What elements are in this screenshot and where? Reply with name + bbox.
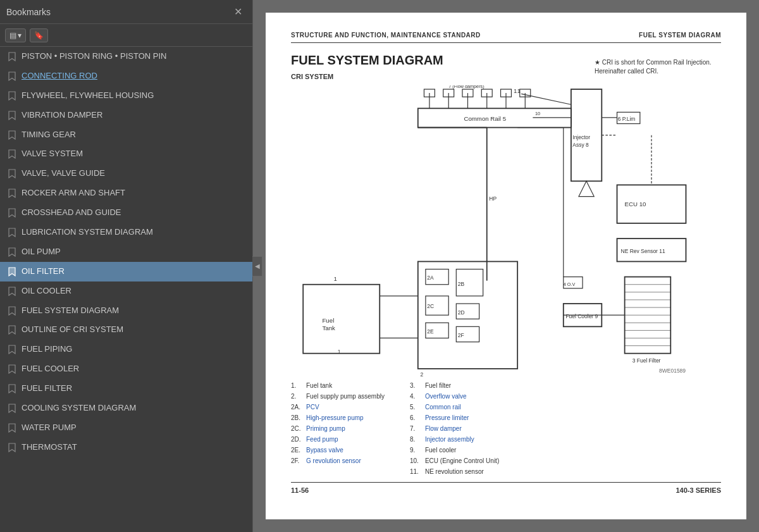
bookmark-item-4[interactable]: TIMING GEAR — [0, 125, 252, 145]
new-bookmark-button[interactable]: 🔖 — [30, 28, 48, 42]
bookmark-item-9[interactable]: LUBRICATION SYSTEM DIAGRAM — [0, 223, 252, 242]
svg-text:2B: 2B — [458, 281, 465, 287]
bookmark-icon — [8, 169, 16, 179]
bookmark-item-text: PISTON • PISTON RING • PISTON PIN — [22, 51, 246, 62]
bookmark-item-15[interactable]: FUEL PIPING — [0, 340, 252, 359]
svg-text:1: 1 — [338, 349, 341, 355]
svg-text:Assy  8: Assy 8 — [572, 142, 589, 148]
legend-text: ECU (Engine Control Unit) — [425, 455, 499, 466]
legend-num: 5. — [410, 402, 423, 412]
legend-item: 2F.G revolution sensor — [291, 455, 385, 466]
bookmark-icon — [8, 423, 16, 433]
svg-text:6 P.Lim: 6 P.Lim — [618, 116, 636, 122]
legend-num: 3. — [410, 380, 423, 391]
bookmark-item-text: THERMOSTAT — [22, 442, 246, 453]
legend-item: 11.NE revolution sensor — [410, 466, 499, 477]
legend-col-2: 3.Fuel filter4.Overflow valve5.Common ra… — [410, 380, 499, 477]
svg-text:2C: 2C — [427, 303, 434, 309]
legend-num: 1. — [291, 380, 304, 391]
svg-text:Fuel: Fuel — [322, 317, 334, 324]
legend-num: 7. — [410, 423, 423, 434]
bookmark-item-19[interactable]: WATER PUMP — [0, 418, 252, 438]
legend-num: 2C. — [291, 423, 304, 434]
svg-text:2A: 2A — [427, 275, 434, 281]
svg-text:4 O.V: 4 O.V — [564, 281, 576, 287]
legend-num: 4. — [410, 391, 423, 402]
document-panel: ◀ STRUCTURE AND FUNCTION, MAINTENANCE ST… — [253, 0, 759, 532]
svg-text:Fuel Cooler 9: Fuel Cooler 9 — [565, 313, 598, 319]
svg-rect-0 — [303, 285, 379, 354]
bookmark-icon — [8, 90, 16, 101]
bookmark-item-text: FUEL SYSTEM DIAGRAM — [22, 306, 246, 316]
diagram-area: Fuel Tank 1 2A 2B 2C 2D — [291, 85, 721, 376]
legend-text: Injector assembly — [425, 434, 474, 445]
bookmark-item-1[interactable]: CONNECTING ROD — [0, 66, 252, 86]
legend-col-1: 1.Fuel tank2.Fuel supply pump assembly2A… — [291, 380, 385, 477]
bookmark-item-8[interactable]: CROSSHEAD AND GUIDE — [0, 203, 252, 223]
bookmark-icon — [8, 364, 16, 374]
bookmark-item-text: CROSSHEAD AND GUIDE — [22, 207, 246, 218]
legend-text: Fuel filter — [425, 380, 451, 391]
svg-text:7 (Flow dampers): 7 (Flow dampers) — [448, 85, 484, 89]
legend-num: 2A. — [291, 402, 304, 412]
legend-item: 8.Injector assembly — [410, 434, 499, 445]
bookmark-icon — [8, 247, 16, 257]
legend-area: 1.Fuel tank2.Fuel supply pump assembly2A… — [291, 380, 721, 477]
bookmark-icon — [8, 227, 16, 237]
collapse-panel-button[interactable]: ◀ — [252, 256, 262, 276]
legend-text: Fuel supply pump assembly — [306, 391, 385, 402]
doc-footer: 11-56 140-3 SERIES — [291, 482, 721, 494]
svg-text:10: 10 — [535, 111, 540, 116]
bookmark-item-20[interactable]: THERMOSTAT — [0, 438, 252, 457]
svg-text:1: 1 — [334, 275, 337, 282]
bookmark-item-11[interactable]: OIL FILTER — [0, 262, 252, 281]
bookmark-item-13[interactable]: FUEL SYSTEM DIAGRAM — [0, 301, 252, 321]
bookmark-item-0[interactable]: PISTON • PISTON RING • PISTON PIN — [0, 47, 252, 66]
bookmark-item-5[interactable]: VALVE SYSTEM — [0, 144, 252, 164]
legend-text: Flow damper — [425, 423, 462, 434]
bookmark-item-6[interactable]: VALVE, VALVE GUIDE — [0, 164, 252, 183]
bookmark-item-text: OIL FILTER — [22, 266, 246, 277]
legend-item: 2B.High-pressure pump — [291, 412, 385, 423]
legend-item: 3.Fuel filter — [410, 380, 499, 391]
svg-text:HP: HP — [489, 195, 497, 202]
bookmark-item-16[interactable]: FUEL COOLER — [0, 359, 252, 379]
svg-text:NE Rev Sensor 11: NE Rev Sensor 11 — [621, 248, 665, 254]
fuel-system-diagram: Fuel Tank 1 2A 2B 2C 2D — [291, 85, 721, 376]
legend-text: G revolution sensor — [306, 455, 361, 466]
bookmark-icon — [8, 208, 16, 218]
bookmark-item-17[interactable]: FUEL FILTER — [0, 379, 252, 399]
svg-text:8WE01589: 8WE01589 — [659, 368, 686, 374]
bookmark-item-14[interactable]: OUTLINE OF CRI SYSTEM — [0, 320, 252, 340]
legend-item: 5.Common rail — [410, 402, 499, 412]
bookmark-item-3[interactable]: VIBRATION DAMPER — [0, 106, 252, 125]
legend-num: 2B. — [291, 412, 304, 423]
bookmark-icon — [8, 149, 16, 159]
legend-num: 9. — [410, 445, 423, 455]
bookmark-item-2[interactable]: FLYWHEEL, FLYWHEEL HOUSING — [0, 86, 252, 106]
view-options-button[interactable]: ▤ ▾ — [5, 28, 26, 42]
legend-text: High-pressure pump — [306, 412, 364, 423]
legend-text: NE revolution sensor — [425, 466, 484, 477]
bookmark-item-12[interactable]: OIL COOLER — [0, 281, 252, 301]
bookmark-icon — [8, 189, 16, 199]
bookmark-item-text: WATER PUMP — [22, 423, 246, 433]
bookmark-icon — [8, 51, 16, 61]
bookmark-item-18[interactable]: COOLING SYSTEM DIAGRAM — [0, 399, 252, 418]
legend-text: Feed pump — [306, 434, 338, 445]
bookmark-icon — [8, 384, 16, 394]
svg-text:3 Fuel Filter: 3 Fuel Filter — [632, 357, 661, 364]
bookmark-item-text: OIL COOLER — [22, 286, 246, 297]
bookmarks-toolbar: ▤ ▾ 🔖 — [0, 24, 252, 47]
doc-header-left: STRUCTURE AND FUNCTION, MAINTENANCE STAN… — [291, 32, 481, 39]
bookmarks-close-button[interactable]: ✕ — [230, 4, 246, 19]
bookmark-item-text: FUEL FILTER — [22, 383, 246, 394]
bookmark-icon — [8, 345, 16, 355]
legend-text: Priming pump — [306, 423, 345, 434]
bookmark-item-10[interactable]: OIL PUMP — [0, 242, 252, 262]
bookmark-icon — [8, 130, 16, 140]
view-icon: ▤ — [9, 31, 16, 40]
svg-line-73 — [521, 94, 571, 104]
bookmark-item-text: OIL PUMP — [22, 247, 246, 257]
bookmark-item-7[interactable]: ROCKER ARM AND SHAFT — [0, 183, 252, 203]
